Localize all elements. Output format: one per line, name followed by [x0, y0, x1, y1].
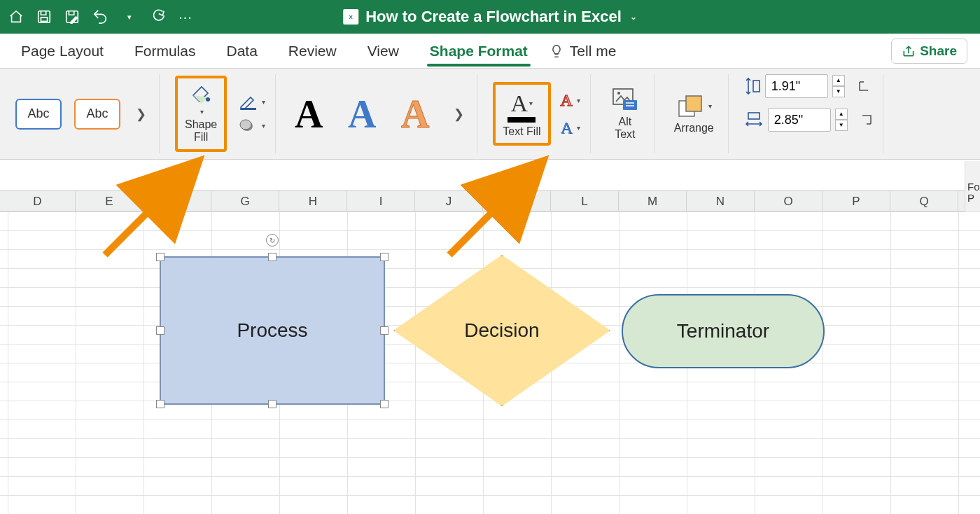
col-header[interactable]: D: [0, 191, 76, 211]
svg-rect-1: [41, 18, 47, 21]
shape-decision[interactable]: Decision: [393, 255, 610, 406]
rotate-handle[interactable]: ↻: [266, 234, 279, 246]
shape-fill-button[interactable]: ▾ Shape Fill: [181, 81, 221, 146]
shape-terminator-label: Terminator: [677, 320, 769, 342]
shape-decision-label: Decision: [464, 319, 539, 342]
resize-handle[interactable]: [156, 326, 164, 335]
width-control: ▲ ▼: [744, 108, 873, 132]
bulb-icon: [549, 43, 564, 59]
col-header[interactable]: N: [687, 191, 755, 211]
shape-outline-effects-stack: ▾ ▾: [239, 95, 265, 134]
tab-review[interactable]: Review: [273, 37, 352, 65]
alt-text-label: Alt Text: [615, 116, 635, 140]
document-title-text: How to Create a Flowchart in Excel: [365, 8, 622, 26]
svg-rect-11: [686, 96, 701, 111]
worksheet-grid[interactable]: Process ↻ Decision Terminator: [0, 211, 980, 514]
shape-fill-label: Shape Fill: [185, 118, 217, 143]
crop-bottom-icon[interactable]: [860, 113, 873, 126]
crop-top-icon[interactable]: [858, 80, 870, 92]
text-effects-icon: A: [561, 118, 573, 137]
col-header[interactable]: G: [211, 191, 279, 211]
chevron-down-icon: ▾: [577, 97, 580, 104]
width-step-up[interactable]: ▲: [835, 109, 848, 120]
resize-handle[interactable]: [380, 400, 388, 408]
chevron-down-icon: ▾: [708, 102, 712, 110]
excel-file-icon: X: [343, 9, 358, 25]
tab-formulas[interactable]: Formulas: [119, 37, 211, 65]
chevron-down-icon: ▾: [262, 98, 265, 106]
alt-text-button[interactable]: Alt Text: [606, 85, 644, 143]
redo-icon[interactable]: [150, 9, 165, 25]
chevron-down-icon: ▾: [200, 108, 204, 116]
undo-icon[interactable]: [92, 9, 108, 25]
wordart-preset-black[interactable]: A: [291, 92, 326, 137]
shape-process[interactable]: Process ↻: [160, 256, 385, 405]
text-fill-swatch: [507, 117, 536, 123]
shape-style-preset-2[interactable]: Abc: [74, 99, 120, 130]
resize-handle[interactable]: [268, 253, 276, 261]
pen-outline-icon: [239, 95, 258, 110]
shape-height-input[interactable]: [765, 74, 828, 98]
resize-handle[interactable]: [156, 400, 164, 408]
col-header[interactable]: O: [755, 191, 822, 211]
col-header[interactable]: H: [279, 191, 347, 211]
height-step-up[interactable]: ▲: [832, 75, 845, 86]
col-header[interactable]: L: [551, 191, 619, 211]
paint-bucket-icon: [189, 84, 213, 105]
svg-point-6: [240, 120, 251, 130]
text-effects-button[interactable]: A ▾: [561, 118, 580, 137]
wordart-preset-orange[interactable]: A: [398, 92, 433, 137]
col-header[interactable]: M: [619, 191, 687, 211]
shape-style-preset-1[interactable]: Abc: [15, 99, 62, 130]
ribbon-tabs: Page Layout Formulas Data Review View Sh…: [0, 34, 980, 69]
tab-view[interactable]: View: [352, 37, 414, 65]
undo-dropdown-icon[interactable]: ▾: [122, 9, 137, 25]
share-icon: [902, 44, 916, 58]
text-fill-group: A▾ Text Fill A ▾ A ▾: [483, 74, 591, 153]
arrange-button[interactable]: ▾ Arrange: [670, 91, 718, 137]
height-step-down[interactable]: ▼: [832, 86, 845, 97]
resize-handle[interactable]: [380, 253, 388, 261]
alt-text-group: Alt Text: [596, 74, 654, 153]
title-dropdown-icon[interactable]: ⌄: [630, 12, 637, 22]
shape-style-gallery-next-icon[interactable]: ❯: [133, 106, 149, 122]
text-outline-button[interactable]: A ▾: [561, 91, 580, 110]
annotation-arrow-right: [442, 178, 533, 265]
tab-shape-format[interactable]: Shape Format: [414, 37, 543, 65]
width-step-down[interactable]: ▼: [835, 120, 848, 131]
resize-handle[interactable]: [268, 400, 276, 408]
col-header[interactable]: Q: [890, 191, 958, 211]
text-fill-button[interactable]: A▾ Text Fill: [498, 88, 545, 141]
shape-width-input[interactable]: [768, 108, 831, 132]
col-header[interactable]: I: [347, 191, 415, 211]
svg-point-3: [206, 97, 210, 102]
height-stepper: ▲ ▼: [832, 75, 845, 97]
shape-effects-button[interactable]: ▾: [239, 118, 265, 134]
shape-terminator[interactable]: Terminator: [622, 294, 825, 368]
arrange-group: ▾ Arrange: [660, 74, 729, 153]
shape-outline-button[interactable]: ▾: [239, 95, 265, 110]
tell-me[interactable]: Tell me: [543, 43, 617, 60]
save-edit-icon[interactable]: [64, 9, 80, 25]
wordart-gallery-next-icon[interactable]: ❯: [451, 106, 467, 122]
chevron-down-icon: ▾: [529, 99, 533, 107]
arrange-label: Arrange: [674, 122, 714, 134]
svg-rect-4: [241, 108, 256, 110]
share-button[interactable]: Share: [891, 39, 967, 64]
title-bar: ▾ ··· X How to Create a Flowchart in Exc…: [0, 0, 980, 34]
tab-data[interactable]: Data: [211, 37, 272, 65]
col-header[interactable]: P: [822, 191, 890, 211]
text-fill-highlight: A▾ Text Fill: [493, 82, 550, 146]
alt-text-icon: [610, 88, 640, 113]
wordart-preset-blue[interactable]: A: [344, 92, 379, 137]
resize-handle[interactable]: [380, 326, 388, 335]
width-stepper: ▲ ▼: [835, 109, 848, 131]
shape-fill-group: ▾ Shape Fill ▾ ▾: [165, 74, 276, 153]
wordart-styles-group: A A A ❯: [281, 74, 477, 153]
tab-page-layout[interactable]: Page Layout: [6, 37, 119, 65]
share-label: Share: [920, 43, 957, 59]
svg-line-14: [105, 185, 175, 255]
save-icon[interactable]: [36, 9, 52, 25]
more-icon[interactable]: ···: [178, 9, 193, 25]
home-icon[interactable]: [8, 9, 24, 25]
